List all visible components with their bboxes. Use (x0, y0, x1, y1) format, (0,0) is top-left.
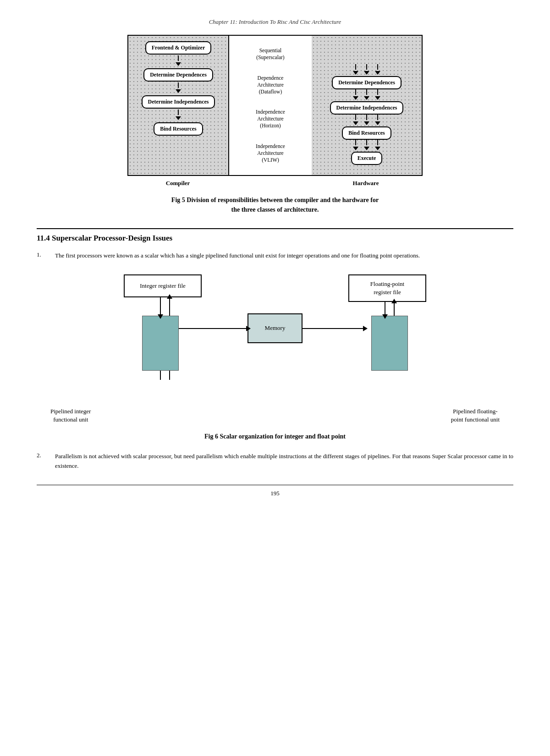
section-title: 11.4 Superscalar Processor-Design Issues (37, 234, 513, 243)
list-item-2: 2. Parallelism is not achieved with scal… (37, 452, 513, 471)
page-footer: 195 (37, 485, 513, 497)
fig6-container: Integer register file Floating-pointregi… (37, 270, 513, 403)
list-num-1: 1. (37, 251, 46, 261)
hardware-box-1: Determine Dependences (332, 76, 402, 89)
compiler-label: Compiler (127, 180, 228, 187)
section-divider (37, 228, 513, 229)
hardware-label: Hardware (311, 180, 421, 187)
list-item-1: 1. The first processors were known as a … (37, 251, 513, 261)
fig5-container: Frontend & Optimizer Determine Dependenc… (37, 35, 513, 187)
page-header: Chapter 11: Introduction To Risc And Cis… (37, 18, 513, 26)
arch-label-1: Sequential (Superscalar) (256, 47, 284, 61)
list-text-1: The first processors were known as a sca… (55, 251, 420, 261)
list-num-2: 2. (37, 452, 46, 471)
fig6-bottom-labels: Pipelined integerfunctional unit Pipelin… (37, 407, 513, 424)
fp-pu-box (371, 316, 408, 371)
integer-pu-box (142, 316, 179, 371)
integer-unit-label: Pipelined integerfunctional unit (50, 407, 91, 424)
middle-labels: Sequential (Superscalar) Dependence Arch… (229, 36, 312, 175)
compiler-box-3: Determine Independences (142, 95, 215, 109)
svg-marker-9 (363, 326, 368, 331)
integer-reg-box: Integer register file (124, 274, 202, 297)
hardware-box-3: Bind Resources (342, 126, 391, 140)
compiler-box-1: Frontend & Optimizer (145, 41, 211, 55)
fig5-caption: Fig 5 Division of responsibilities betwe… (37, 195, 513, 214)
hardware-box-4: Execute (351, 152, 383, 165)
arch-label-4: Independence Architecture (VLIW) (256, 143, 285, 164)
hardware-side: Determine Dependences Determine Independ… (312, 36, 422, 175)
compiler-box-4: Bind Resources (154, 122, 203, 136)
compiler-side: Frontend & Optimizer Determine Dependenc… (128, 36, 229, 175)
compiler-box-2: Determine Dependences (143, 68, 213, 82)
fig6-caption: Fig 6 Scalar organization for integer an… (37, 433, 513, 440)
list-text-2: Parallelism is not achieved with scalar … (55, 452, 513, 471)
fp-reg-box: Floating-pointregister file (348, 274, 426, 302)
memory-box: Memory (248, 313, 302, 343)
arch-label-2: Dependence Architecture (Dataflow) (257, 75, 283, 95)
arch-label-3: Independence Architecture (Horizon) (256, 109, 285, 129)
fp-unit-label: Pipelined floating-point functional unit (451, 407, 500, 424)
hardware-box-2: Determine Independences (330, 101, 404, 115)
